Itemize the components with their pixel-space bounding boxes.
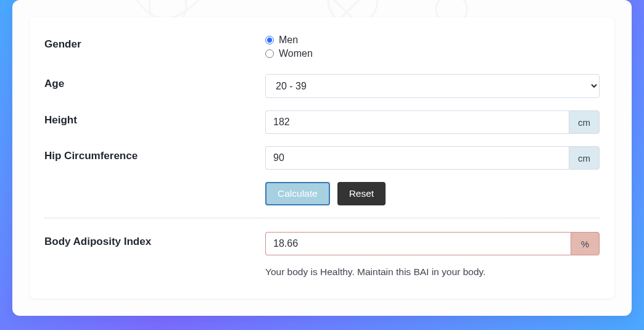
- height-input[interactable]: [265, 110, 569, 134]
- gender-radio-men[interactable]: [265, 36, 274, 44]
- hip-unit: cm: [569, 146, 600, 170]
- result-group: %: [265, 232, 600, 255]
- reset-button[interactable]: Reset: [337, 182, 386, 205]
- result-status: Your body is Healthy. Maintain this BAI …: [265, 266, 600, 278]
- hip-label: Hip Circumference: [44, 146, 265, 162]
- gender-control: Men Women: [265, 35, 600, 62]
- calculator-panel: Gender Men Women Age 20 - 39 Hei: [30, 17, 614, 299]
- height-row: Height cm: [44, 110, 600, 134]
- result-control: % Your body is Healthy. Maintain this BA…: [265, 232, 600, 278]
- age-select[interactable]: 20 - 39: [265, 74, 600, 98]
- result-label: Body Adiposity Index: [44, 232, 265, 248]
- gender-radio-women[interactable]: [265, 49, 274, 58]
- outer-panel: Gender Men Women Age 20 - 39 Hei: [12, 0, 632, 316]
- button-control: Calculate Reset: [265, 182, 600, 205]
- hip-row: Hip Circumference cm: [44, 146, 600, 170]
- button-row: Calculate Reset: [44, 182, 600, 205]
- age-label: Age: [44, 74, 265, 90]
- gender-radio-women-label: Women: [279, 48, 313, 59]
- result-unit: %: [571, 232, 600, 255]
- gender-radio-men-label: Men: [279, 35, 298, 46]
- gender-option-women: Women: [265, 48, 600, 59]
- calculate-button[interactable]: Calculate: [265, 182, 330, 205]
- age-control: 20 - 39: [265, 74, 600, 98]
- height-control: cm: [265, 110, 600, 134]
- height-input-group: cm: [265, 110, 600, 134]
- gender-option-men: Men: [265, 35, 600, 46]
- result-value: [265, 232, 571, 255]
- age-row: Age 20 - 39: [44, 74, 600, 98]
- height-label: Height: [44, 110, 265, 126]
- section-divider: [44, 218, 600, 218]
- gender-row: Gender Men Women: [44, 35, 600, 62]
- hip-input[interactable]: [265, 146, 569, 170]
- gender-label: Gender: [44, 35, 265, 51]
- hip-control: cm: [265, 146, 600, 170]
- result-row: Body Adiposity Index % Your body is Heal…: [44, 232, 600, 278]
- hip-input-group: cm: [265, 146, 600, 170]
- height-unit: cm: [569, 110, 600, 134]
